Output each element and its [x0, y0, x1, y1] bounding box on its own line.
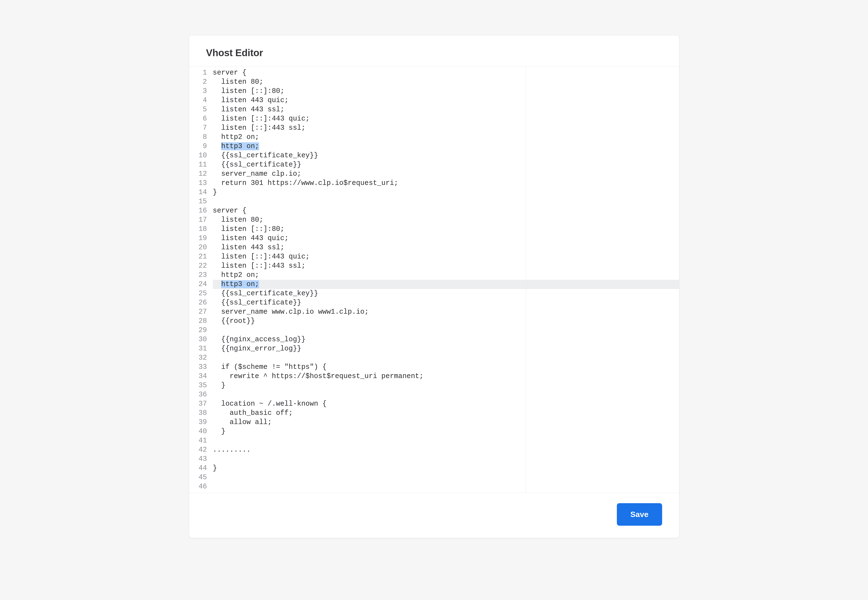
code-text: {{ssl_certificate_key}} [213, 289, 318, 297]
code-line[interactable]: {{root}} [213, 317, 679, 326]
line-number-gutter: 1234567891011121314151617181920212223242… [189, 67, 210, 493]
code-line[interactable] [213, 473, 679, 482]
code-text: {{root}} [213, 317, 255, 325]
code-line[interactable]: listen [::]:443 ssl; [213, 261, 679, 271]
code-line[interactable]: http3 on; [213, 142, 679, 151]
line-number: 1 [189, 68, 207, 77]
code-text: listen [::]:443 ssl; [213, 262, 306, 270]
code-line[interactable]: {{nginx_access_log}} [213, 335, 679, 344]
code-line[interactable]: } [213, 381, 679, 390]
code-text: listen 443 quic; [213, 96, 289, 104]
line-number: 22 [189, 261, 207, 271]
code-line[interactable] [213, 482, 679, 491]
save-button[interactable]: Save [617, 503, 662, 526]
code-text: rewrite ^ https://$host$request_uri perm… [213, 372, 423, 380]
line-number: 40 [189, 427, 207, 436]
code-line[interactable]: {{nginx_error_log}} [213, 344, 679, 353]
code-line[interactable] [213, 455, 679, 464]
line-number: 31 [189, 344, 207, 353]
code-line[interactable]: return 301 https://www.clp.io$request_ur… [213, 179, 679, 188]
editor-vertical-divider [526, 67, 526, 493]
code-line[interactable]: if ($scheme != "https") { [213, 362, 679, 372]
code-text: {{ssl_certificate_key}} [213, 152, 318, 159]
code-line[interactable]: server { [213, 206, 679, 215]
selection-highlight: http3 on; [221, 280, 259, 288]
code-line[interactable]: listen [::]:80; [213, 86, 679, 96]
vhost-editor-card: Vhost Editor 123456789101112131415161718… [189, 35, 679, 538]
code-text: } [213, 382, 226, 389]
code-line[interactable]: } [213, 188, 679, 197]
line-number: 8 [189, 133, 207, 142]
line-number: 26 [189, 298, 207, 308]
code-line[interactable]: ......... [213, 445, 679, 455]
line-number: 13 [189, 179, 207, 188]
code-line[interactable]: listen 443 quic; [213, 234, 679, 243]
code-text: {{nginx_error_log}} [213, 345, 301, 353]
code-text: } [213, 464, 217, 472]
line-number: 3 [189, 86, 207, 96]
code-line[interactable]: rewrite ^ https://$host$request_uri perm… [213, 372, 679, 381]
line-number: 17 [189, 215, 207, 224]
code-text: listen [::]:443 quic; [213, 253, 310, 261]
code-line[interactable]: listen 80; [213, 215, 679, 224]
code-line[interactable]: listen 80; [213, 77, 679, 86]
code-editor[interactable]: 1234567891011121314151617181920212223242… [189, 67, 679, 493]
code-line[interactable]: server_name clp.io; [213, 170, 679, 179]
line-number: 12 [189, 170, 207, 179]
code-line[interactable]: listen 443 ssl; [213, 105, 679, 114]
code-text: } [213, 188, 217, 196]
code-line[interactable]: } [213, 464, 679, 473]
code-text: listen [::]:443 quic; [213, 115, 310, 123]
code-line[interactable] [213, 326, 679, 335]
line-number: 24 [189, 280, 207, 289]
code-line[interactable]: http2 on; [213, 271, 679, 280]
code-line[interactable]: listen 443 ssl; [213, 243, 679, 252]
code-line[interactable]: auth_basic off; [213, 409, 679, 418]
code-text: http3 on; [213, 280, 259, 288]
code-line[interactable]: http2 on; [213, 133, 679, 142]
code-content[interactable]: server { listen 80; listen [::]:80; list… [210, 67, 679, 493]
code-line[interactable]: } [213, 427, 679, 436]
code-text: server { [213, 207, 247, 215]
code-text: if ($scheme != "https") { [213, 363, 327, 371]
line-number: 46 [189, 482, 207, 491]
code-text: server { [213, 69, 247, 77]
code-text: http2 on; [213, 271, 259, 279]
line-number: 32 [189, 353, 207, 362]
code-line[interactable]: {{ssl_certificate_key}} [213, 151, 679, 160]
code-line[interactable]: {{ssl_certificate}} [213, 298, 679, 308]
code-line[interactable]: allow all; [213, 418, 679, 427]
line-number: 29 [189, 326, 207, 335]
line-number: 45 [189, 473, 207, 482]
code-line[interactable]: {{ssl_certificate}} [213, 160, 679, 170]
code-text: ......... [213, 446, 251, 454]
code-text: {{nginx_access_log}} [213, 335, 306, 344]
line-number: 43 [189, 455, 207, 464]
code-line[interactable]: http3 on; [213, 280, 679, 289]
code-text: listen 80; [213, 216, 264, 224]
line-number: 20 [189, 243, 207, 252]
code-line[interactable]: listen 443 quic; [213, 96, 679, 105]
code-line[interactable]: listen [::]:443 ssl; [213, 123, 679, 133]
code-text: listen [::]:443 ssl; [213, 124, 306, 132]
line-number: 5 [189, 105, 207, 114]
code-line[interactable] [213, 353, 679, 362]
code-text: listen 443 ssl; [213, 244, 285, 252]
line-number: 23 [189, 271, 207, 280]
code-text: {{ssl_certificate}} [213, 161, 301, 169]
code-line[interactable]: server { [213, 68, 679, 77]
line-number: 37 [189, 399, 207, 409]
code-line[interactable]: listen [::]:443 quic; [213, 252, 679, 261]
code-line[interactable]: listen [::]:80; [213, 224, 679, 234]
code-line[interactable]: server_name www.clp.io www1.clp.io; [213, 308, 679, 317]
card-title: Vhost Editor [206, 47, 662, 58]
code-line[interactable] [213, 197, 679, 206]
code-line[interactable] [213, 436, 679, 445]
code-line[interactable]: listen [::]:443 quic; [213, 114, 679, 123]
code-line[interactable]: location ~ /.well-known { [213, 399, 679, 409]
code-line[interactable] [213, 390, 679, 399]
line-number: 38 [189, 409, 207, 418]
code-line[interactable]: {{ssl_certificate_key}} [213, 289, 679, 298]
line-number: 15 [189, 197, 207, 206]
active-line-highlight [213, 280, 679, 289]
